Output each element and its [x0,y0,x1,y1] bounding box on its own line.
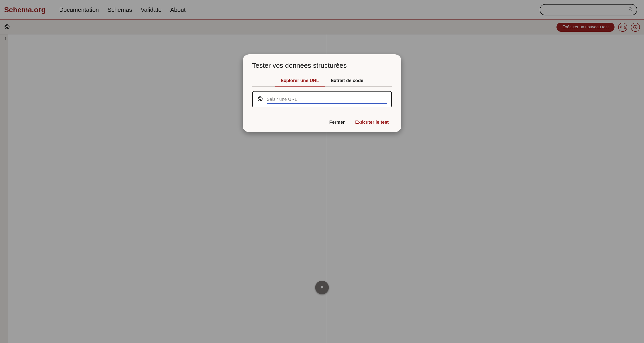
tab-fetch-url[interactable]: Explorer une URL [275,76,325,86]
dialog-tabs: Explorer une URL Extrait de code [252,76,392,86]
url-underline [267,103,387,104]
run-test-button[interactable]: Exécuter le test [353,118,390,126]
url-field-wrap [267,96,387,103]
modal-overlay: Tester vos données structurées Explorer … [0,0,644,343]
tab-code-snippet[interactable]: Extrait de code [325,76,369,86]
url-input[interactable] [267,96,387,103]
test-dialog: Tester vos données structurées Explorer … [243,54,401,132]
dialog-actions: Fermer Exécuter le test [252,118,392,126]
globe-icon [257,96,263,103]
dialog-title: Tester vos données structurées [252,62,392,69]
close-button[interactable]: Fermer [328,118,346,126]
url-input-box [252,91,392,107]
